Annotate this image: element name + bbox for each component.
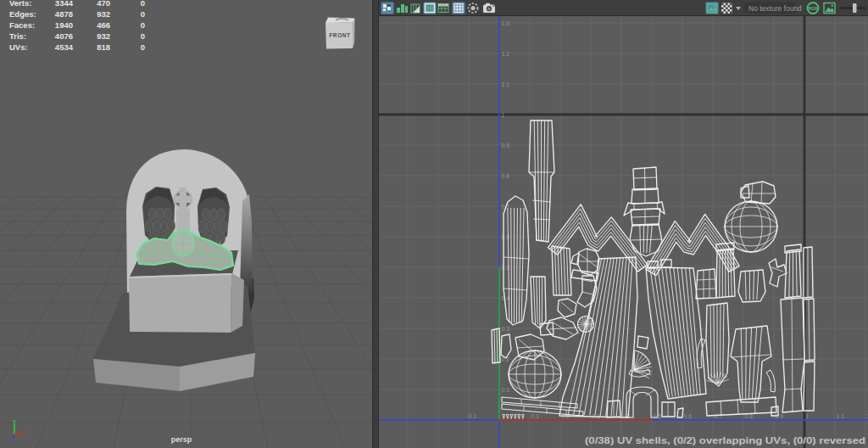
svg-text:Edges:: Edges: — [9, 9, 36, 19]
svg-text:UVs:: UVs: — [9, 42, 28, 52]
svg-text:0.3: 0.3 — [593, 413, 601, 419]
svg-text:1.1: 1.1 — [502, 81, 510, 87]
svg-text:3344: 3344 — [55, 0, 74, 8]
svg-text:818: 818 — [97, 42, 110, 52]
svg-text:1.1: 1.1 — [837, 413, 845, 419]
svg-text:1: 1 — [502, 112, 505, 118]
svg-text:1: 1 — [806, 413, 810, 419]
svg-text:932: 932 — [97, 9, 110, 19]
svg-text:1.3: 1.3 — [502, 20, 510, 26]
svg-text:Faces:: Faces: — [9, 20, 35, 30]
svg-text:FRONT: FRONT — [329, 32, 350, 38]
svg-text:466: 466 — [97, 20, 110, 30]
svg-text:0.6: 0.6 — [684, 413, 693, 419]
svg-text:0.4: 0.4 — [502, 295, 510, 301]
svg-text:932: 932 — [97, 31, 110, 41]
svg-text:No texture found: No texture found — [748, 4, 802, 13]
svg-text:z: z — [11, 433, 14, 440]
svg-text:0.8: 0.8 — [502, 173, 510, 179]
svg-text:0.3: 0.3 — [502, 326, 510, 332]
svg-text:0: 0 — [141, 9, 145, 19]
svg-text:0: 0 — [141, 20, 145, 30]
svg-text:0: 0 — [141, 0, 145, 8]
svg-text:4878: 4878 — [55, 9, 73, 19]
svg-text:(0/38) UV shells, (0/2) overla: (0/38) UV shells, (0/2) overlapping UVs,… — [585, 436, 865, 445]
svg-text:4534: 4534 — [55, 42, 74, 52]
svg-text:0.1: 0.1 — [502, 387, 510, 393]
svg-text:Verts:: Verts: — [9, 0, 31, 8]
svg-text:0.2: 0.2 — [502, 356, 510, 362]
svg-text:1.2: 1.2 — [502, 51, 510, 57]
svg-text:0: 0 — [141, 42, 145, 52]
svg-text:0: 0 — [141, 31, 145, 41]
svg-text:persp: persp — [171, 435, 192, 444]
svg-text:0.9: 0.9 — [502, 143, 510, 148]
svg-text:Tris:: Tris: — [9, 31, 26, 41]
svg-text:y: y — [13, 418, 16, 425]
svg-text:-0.1: -0.1 — [467, 413, 477, 419]
svg-text:1940: 1940 — [55, 20, 73, 30]
svg-text:RGB: RGB — [808, 6, 818, 11]
svg-text:4076: 4076 — [55, 31, 73, 41]
svg-text:0.1: 0.1 — [531, 413, 540, 419]
svg-text:x: x — [23, 428, 26, 434]
svg-text:470: 470 — [97, 0, 110, 8]
